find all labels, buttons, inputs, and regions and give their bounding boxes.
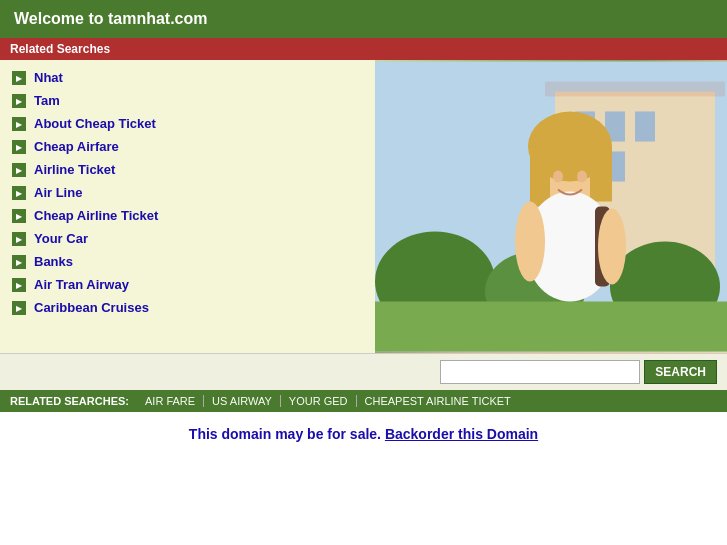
arrow-icon bbox=[12, 71, 26, 85]
list-item: Caribbean Cruises bbox=[10, 296, 365, 319]
arrow-icon bbox=[12, 232, 26, 246]
bottom-link-your-ged[interactable]: YOUR GED bbox=[281, 395, 357, 407]
link-air-tran-airway[interactable]: Air Tran Airway bbox=[34, 277, 129, 292]
link-tam[interactable]: Tam bbox=[34, 93, 60, 108]
list-item: Airline Ticket bbox=[10, 158, 365, 181]
bottom-link-cheapest-airline-ticket[interactable]: CHEAPEST AIRLINE TICKET bbox=[357, 395, 519, 407]
arrow-icon bbox=[12, 117, 26, 131]
header-title: Welcome to tamnhat.com bbox=[14, 10, 208, 27]
photo-image bbox=[375, 60, 727, 353]
link-your-car[interactable]: Your Car bbox=[34, 231, 88, 246]
link-cheap-airfare[interactable]: Cheap Airfare bbox=[34, 139, 119, 154]
svg-rect-4 bbox=[635, 112, 655, 142]
link-nhat[interactable]: Nhat bbox=[34, 70, 63, 85]
arrow-icon bbox=[12, 94, 26, 108]
arrow-icon bbox=[12, 140, 26, 154]
link-airline-ticket[interactable]: Airline Ticket bbox=[34, 162, 115, 177]
link-about-cheap-ticket[interactable]: About Cheap Ticket bbox=[34, 116, 156, 131]
footer-text: This domain may be for sale. bbox=[189, 426, 381, 442]
svg-point-20 bbox=[553, 171, 563, 183]
links-column: Nhat Tam About Cheap Ticket Cheap Airfar… bbox=[0, 60, 375, 353]
svg-rect-14 bbox=[530, 147, 550, 207]
link-banks[interactable]: Banks bbox=[34, 254, 73, 269]
search-bar: SEARCH bbox=[0, 353, 727, 390]
list-item: Tam bbox=[10, 89, 365, 112]
arrow-icon bbox=[12, 186, 26, 200]
arrow-icon bbox=[12, 255, 26, 269]
svg-point-18 bbox=[515, 202, 545, 282]
arrow-icon bbox=[12, 278, 26, 292]
list-item: Cheap Airline Ticket bbox=[10, 204, 365, 227]
backorder-link[interactable]: Backorder this Domain bbox=[385, 426, 538, 442]
list-item: Your Car bbox=[10, 227, 365, 250]
svg-rect-11 bbox=[375, 302, 727, 352]
link-caribbean-cruises[interactable]: Caribbean Cruises bbox=[34, 300, 149, 315]
list-item: About Cheap Ticket bbox=[10, 112, 365, 135]
related-searches-bar: Related Searches bbox=[0, 38, 727, 60]
related-searches-label: Related Searches bbox=[10, 42, 110, 56]
page-header: Welcome to tamnhat.com bbox=[0, 0, 727, 38]
link-cheap-airline-ticket[interactable]: Cheap Airline Ticket bbox=[34, 208, 158, 223]
list-item: Air Tran Airway bbox=[10, 273, 365, 296]
bottom-bar: RELATED SEARCHES: AIR FAREUS AIRWAYYOUR … bbox=[0, 390, 727, 412]
bottom-bar-label: RELATED SEARCHES: bbox=[10, 395, 129, 407]
main-content: Nhat Tam About Cheap Ticket Cheap Airfar… bbox=[0, 60, 727, 353]
bottom-link-air-fare[interactable]: AIR FARE bbox=[137, 395, 204, 407]
arrow-icon bbox=[12, 301, 26, 315]
link-air-line[interactable]: Air Line bbox=[34, 185, 82, 200]
list-item: Banks bbox=[10, 250, 365, 273]
svg-point-21 bbox=[577, 171, 587, 183]
arrow-icon bbox=[12, 209, 26, 223]
list-item: Nhat bbox=[10, 66, 365, 89]
svg-rect-7 bbox=[545, 82, 725, 97]
list-item: Cheap Airfare bbox=[10, 135, 365, 158]
photo-column bbox=[375, 60, 727, 353]
svg-rect-15 bbox=[590, 147, 612, 202]
footer: This domain may be for sale. Backorder t… bbox=[0, 412, 727, 456]
bottom-link-us-airway[interactable]: US AIRWAY bbox=[204, 395, 281, 407]
arrow-icon bbox=[12, 163, 26, 177]
search-button[interactable]: SEARCH bbox=[644, 360, 717, 384]
list-item: Air Line bbox=[10, 181, 365, 204]
search-input[interactable] bbox=[440, 360, 640, 384]
svg-point-19 bbox=[598, 209, 626, 285]
svg-rect-23 bbox=[613, 224, 621, 242]
